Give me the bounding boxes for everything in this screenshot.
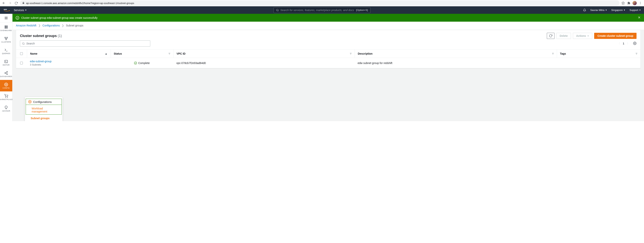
breadcrumb-current: Subnet groups xyxy=(66,24,84,27)
browser-menu-icon[interactable] xyxy=(638,1,642,5)
filter-icon: ▽ xyxy=(552,52,554,54)
sidebar-item-datashares[interactable]: DATASHARES xyxy=(0,68,12,80)
refresh-button[interactable] xyxy=(547,33,554,39)
sidebar-item-marketplace[interactable]: MARKETPLACE xyxy=(0,92,12,103)
flyout-header[interactable]: Configurations xyxy=(26,99,62,105)
region-menu[interactable]: Singapore ▼ xyxy=(611,8,625,12)
gear-icon xyxy=(28,100,32,104)
col-header-vpc[interactable]: VPC ID ▽ xyxy=(173,50,354,58)
sidebar-item-advisor[interactable]: ADVISOR xyxy=(0,103,12,114)
chevron-right-icon: ❯ xyxy=(62,24,64,27)
table-row[interactable]: edw-subnet-group 3 Subnets Complete vpc-… xyxy=(16,58,640,68)
next-page-button[interactable]: 〉 xyxy=(627,42,630,45)
svg-point-26 xyxy=(7,97,8,98)
svg-marker-0 xyxy=(622,2,625,4)
caret-down-icon: ▼ xyxy=(624,9,626,11)
lock-icon xyxy=(22,2,24,4)
svg-point-14 xyxy=(7,37,8,38)
flyout-item-wlm[interactable]: Workload management xyxy=(26,106,62,114)
table-settings-button[interactable] xyxy=(633,42,636,46)
cell-description: edw subnet group for redshift xyxy=(354,62,557,64)
sidebar-item-queries[interactable]: QUERIES xyxy=(0,46,12,57)
success-check-icon xyxy=(16,16,19,20)
filter-icon: ▽ xyxy=(169,52,170,54)
browser-back-button[interactable] xyxy=(2,1,6,5)
create-subnet-group-button[interactable]: Create cluster subnet group xyxy=(594,33,636,39)
notifications-icon[interactable] xyxy=(583,8,586,12)
banner-close-button[interactable] xyxy=(638,16,641,20)
aws-logo[interactable]: aws xyxy=(3,8,11,12)
col-header-status[interactable]: Status ▽ xyxy=(110,50,173,58)
actions-dropdown[interactable]: Actions ▼ xyxy=(573,33,592,39)
cell-status: Complete xyxy=(110,62,173,64)
svg-point-30 xyxy=(22,42,24,44)
aws-search-input[interactable]: Search for services, features, marketpla… xyxy=(274,7,370,13)
config-icon xyxy=(4,82,8,86)
panel-title: Cluster subnet groups (1) xyxy=(20,34,62,38)
table-header-row: Name ▲ Status ▽ VPC ID ▽ Description ▽ xyxy=(16,50,640,58)
support-menu[interactable]: Support ▼ xyxy=(630,8,641,12)
breadcrumb-config[interactable]: Configurations xyxy=(42,24,60,27)
svg-point-15 xyxy=(6,39,7,40)
search-input[interactable]: Search xyxy=(20,40,150,46)
profile-avatar[interactable] xyxy=(632,1,637,5)
filter-icon: ▽ xyxy=(350,52,352,54)
cell-vpc: vpc-078cb7f2e93ad84d0 xyxy=(173,62,354,64)
select-all-checkbox[interactable] xyxy=(16,50,27,58)
flyout-item-subnet-groups[interactable]: Subnet groups xyxy=(25,115,62,121)
caret-down-icon: ▼ xyxy=(639,9,641,11)
sidebar-item-clusters[interactable]: CLUSTERS xyxy=(0,34,12,46)
search-icon xyxy=(22,42,25,45)
left-sidebar: DASHBOARD CLUSTERS QUERIES EDITOR DATASH… xyxy=(0,14,12,121)
browser-url-text: ap-southeast-1.console.aws.amazon.com/re… xyxy=(26,2,134,4)
svg-point-2 xyxy=(640,3,641,4)
svg-point-27 xyxy=(16,16,19,19)
extensions-icon[interactable] xyxy=(627,1,631,5)
delete-button[interactable]: Delete xyxy=(556,33,571,39)
search-shortcut: [Option+S] xyxy=(356,8,368,12)
svg-point-5 xyxy=(276,9,278,11)
subnet-groups-panel: Cluster subnet groups (1) Delete Actions… xyxy=(16,30,640,68)
services-menu[interactable]: Services ▼ xyxy=(14,8,27,12)
queries-icon xyxy=(4,48,8,52)
svg-point-25 xyxy=(6,97,6,98)
user-menu[interactable]: Saurav Mitra ▼ xyxy=(590,8,607,12)
svg-point-13 xyxy=(5,37,6,38)
clusters-icon xyxy=(4,36,8,40)
bookmark-star-icon[interactable] xyxy=(621,1,625,5)
caret-down-icon: ▼ xyxy=(587,35,589,37)
pagination: 〈 1 〉 xyxy=(617,42,636,46)
svg-point-32 xyxy=(134,62,137,64)
svg-text:aws: aws xyxy=(4,8,7,10)
dashboard-icon xyxy=(4,25,8,29)
browser-url-bar[interactable]: ap-southeast-1.console.aws.amazon.com/re… xyxy=(20,0,620,6)
browser-forward-button[interactable] xyxy=(8,1,12,5)
subnet-count: 3 Subnets xyxy=(30,63,108,66)
svg-rect-9 xyxy=(5,26,6,27)
sidebar-item-editor[interactable]: EDITOR xyxy=(0,57,12,68)
subnet-group-link[interactable]: edw-subnet-group xyxy=(30,60,108,63)
config-flyout-menu: Configurations Workload management Subne… xyxy=(25,97,62,121)
svg-point-33 xyxy=(30,102,30,102)
svg-point-21 xyxy=(7,74,8,74)
advisor-icon xyxy=(4,106,8,110)
browser-reload-button[interactable] xyxy=(14,1,18,5)
marketplace-icon xyxy=(4,94,8,98)
svg-point-24 xyxy=(6,84,7,85)
subnet-groups-table: Name ▲ Status ▽ VPC ID ▽ Description ▽ xyxy=(16,49,640,68)
chevron-right-icon: ❯ xyxy=(38,24,41,27)
prev-page-button[interactable]: 〈 xyxy=(617,42,620,45)
success-banner: Cluster subnet group edw-subnet-group wa… xyxy=(12,14,644,22)
sidebar-item-config[interactable]: CONFIG xyxy=(0,80,12,92)
col-header-tags[interactable]: Tags ▽ xyxy=(557,50,640,58)
main-content: Cluster subnet group edw-subnet-group wa… xyxy=(12,14,644,121)
caret-down-icon: ▼ xyxy=(25,9,27,11)
sidebar-toggle[interactable] xyxy=(0,14,12,22)
sidebar-item-dashboard[interactable]: DASHBOARD xyxy=(0,22,12,34)
browser-chrome: ap-southeast-1.console.aws.amazon.com/re… xyxy=(0,0,644,6)
col-header-name[interactable]: Name ▲ xyxy=(27,50,110,58)
row-checkbox[interactable] xyxy=(20,62,23,64)
svg-line-22 xyxy=(6,73,7,74)
breadcrumb-root[interactable]: Amazon Redshift xyxy=(16,24,36,27)
col-header-description[interactable]: Description ▽ xyxy=(354,50,557,58)
